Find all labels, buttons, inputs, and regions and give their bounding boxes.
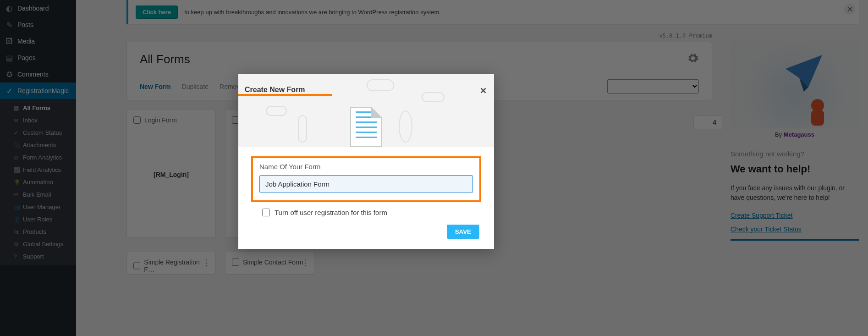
form-name-label: Name Of Your Form xyxy=(259,163,473,171)
modal-body: Name Of Your Form Turn off user registra… xyxy=(238,147,494,249)
form-name-input[interactable] xyxy=(259,175,473,193)
modal-header: Create New Form ✕ xyxy=(238,74,494,147)
document-icon xyxy=(350,107,382,147)
save-button[interactable]: SAVE xyxy=(447,225,479,239)
name-field-highlight: Name Of Your Form xyxy=(251,156,481,202)
tree-icon xyxy=(399,110,412,143)
registration-toggle-row: Turn off user registration for this form xyxy=(251,207,481,218)
tree-icon xyxy=(298,115,307,143)
create-form-modal: Create New Form ✕ Name Of Your Form Turn… xyxy=(238,74,494,249)
turn-off-registration-checkbox[interactable] xyxy=(262,209,270,216)
cloud-icon xyxy=(367,79,394,91)
modal-title: Create New Form xyxy=(245,86,305,94)
toggle-label: Turn off user registration for this form xyxy=(275,209,387,216)
cloud-icon xyxy=(266,106,287,116)
modal-close-button[interactable]: ✕ xyxy=(480,86,487,96)
cloud-icon xyxy=(422,92,445,102)
title-underline xyxy=(238,94,332,96)
